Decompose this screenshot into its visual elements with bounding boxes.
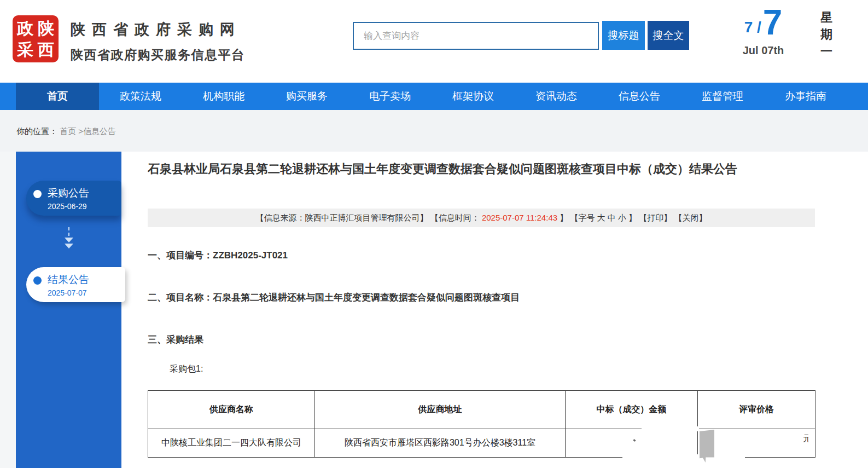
site-titles: 陕西省政府采购网 陕西省政府购买服务信息平台 bbox=[71, 20, 245, 63]
date-numeric: 7 / 7 bbox=[729, 4, 797, 41]
step-dot-icon bbox=[33, 276, 42, 285]
info-time-value: 2025-07-07 11:24:43 bbox=[482, 213, 557, 222]
date-block: 7 / 7 Jul 07th bbox=[729, 4, 797, 57]
nav-item-supervision[interactable]: 监督管理 bbox=[681, 83, 764, 110]
header: 政 陕 采 西 陕西省政府采购网 陕西省政府购买服务信息平台 搜标题 搜全文 7… bbox=[0, 0, 868, 83]
font-size-label: 【字号 bbox=[570, 213, 595, 222]
site-logo-seal-icon: 政 陕 采 西 bbox=[13, 15, 59, 62]
project-number-line: 一、项目编号：ZZBH2025-JT021 bbox=[148, 249, 815, 262]
article-content: 石泉县林业局石泉县第二轮退耕还林与国土年度变更调查数据套合疑似问题图斑核查项目中… bbox=[148, 152, 815, 468]
nav-item-home[interactable]: 首页 bbox=[16, 83, 99, 110]
nav-item-e-marketplace[interactable]: 电子卖场 bbox=[348, 83, 432, 110]
project-name-line: 二、项目名称：石泉县第二轮退耕还林与国土年度变更调查数据套合疑似问题图斑核查项目 bbox=[148, 291, 815, 304]
info-bar: 【信息来源：陕西中正博汇项目管理有限公司】 【信息时间： 2025-07-07 … bbox=[148, 209, 815, 227]
breadcrumb: 你的位置： 首页 >信息公告 bbox=[0, 110, 868, 137]
close-button[interactable]: 【关闭】 bbox=[674, 213, 707, 222]
breadcrumb-home-link[interactable]: 首页 bbox=[60, 126, 76, 136]
table-row: 中陕核工业集团二一四大队有限公司 陕西省西安市雁塔区西影路301号办公楼3楼31… bbox=[148, 429, 815, 458]
breadcrumb-separator: > bbox=[76, 126, 83, 136]
breadcrumb-strip: 你的位置： 首页 >信息公告 bbox=[0, 110, 868, 152]
header-award-amount: 中标（成交）金额 bbox=[566, 391, 698, 429]
main-nav: 首页 政策法规 机构职能 购买服务 电子卖场 框架协议 资讯动态 信息公告 监督… bbox=[0, 83, 868, 110]
font-size-medium-button[interactable]: 中 bbox=[608, 213, 616, 222]
article-title: 石泉县林业局石泉县第二轮退耕还林与国土年度变更调查数据套合疑似问题图斑核查项目中… bbox=[148, 156, 815, 182]
table-header-row: 供应商名称 供应商地址 中标（成交）金额 评审价格 bbox=[148, 391, 815, 429]
procurement-result-heading: 三、采购结果 bbox=[148, 333, 815, 346]
print-button[interactable]: 【打印】 bbox=[639, 213, 672, 222]
date-month: 7 / bbox=[744, 19, 761, 36]
redaction-white-patch bbox=[642, 426, 699, 431]
result-table: 供应商名称 供应商地址 中标（成交）金额 评审价格 中陕核工业集团二一四大队有限… bbox=[148, 390, 815, 458]
nav-item-functions[interactable]: 机构职能 bbox=[182, 83, 265, 110]
info-time-suffix: 】 bbox=[560, 213, 568, 222]
header-review-price: 评审价格 bbox=[698, 391, 815, 429]
date-day: 7 bbox=[763, 4, 783, 41]
date-english: Jul 07th bbox=[729, 44, 797, 57]
font-size-label-close: 】 bbox=[628, 213, 637, 222]
logo-char: 陕 bbox=[38, 20, 54, 37]
weekday-vertical: 星期一 bbox=[819, 9, 834, 60]
nav-item-guides[interactable]: 办事指南 bbox=[764, 83, 847, 110]
site-name: 陕西省政府采购网 bbox=[71, 20, 245, 39]
logo-char: 西 bbox=[38, 42, 54, 58]
header-supplier-address: 供应商地址 bbox=[315, 391, 566, 429]
arrow-down-icon bbox=[16, 227, 121, 249]
nav-item-framework-agreement[interactable]: 框架协议 bbox=[432, 83, 515, 110]
main-area: 采购公告 2025-06-29 结果公告 2025-07-07 石泉县林业局石泉… bbox=[0, 152, 868, 468]
nav-item-policies[interactable]: 政策法规 bbox=[99, 83, 182, 110]
left-margin bbox=[0, 152, 16, 468]
nav-item-news[interactable]: 资讯动态 bbox=[515, 83, 598, 110]
info-time-prefix: 【信息时间： bbox=[430, 213, 480, 222]
step-label: 结果公告 bbox=[48, 273, 89, 287]
cell-award-amount bbox=[566, 429, 698, 458]
font-size-small-button[interactable]: 小 bbox=[618, 213, 626, 222]
sidebar-item-result-notice[interactable]: 结果公告 2025-07-07 bbox=[26, 267, 125, 302]
partial-yuan-glyph: 元 bbox=[803, 434, 808, 444]
nav-item-purchase-services[interactable]: 购买服务 bbox=[265, 83, 348, 110]
redaction-white-patch bbox=[622, 454, 745, 460]
breadcrumb-prefix: 你的位置： bbox=[16, 126, 57, 136]
step-date: 2025-06-29 bbox=[48, 202, 89, 211]
breadcrumb-current-link[interactable]: 信息公告 bbox=[83, 126, 116, 136]
font-size-large-button[interactable]: 大 bbox=[597, 213, 605, 222]
step-label: 采购公告 bbox=[48, 186, 89, 200]
step-dot-icon bbox=[33, 190, 42, 198]
cell-supplier-name: 中陕核工业集团二一四大队有限公司 bbox=[148, 429, 315, 458]
search-title-button[interactable]: 搜标题 bbox=[602, 21, 645, 50]
sidebar-item-procurement-notice[interactable]: 采购公告 2025-06-29 bbox=[26, 181, 121, 216]
header-supplier-name: 供应商名称 bbox=[148, 391, 315, 429]
search-fulltext-button[interactable]: 搜全文 bbox=[648, 21, 689, 50]
cell-review-price bbox=[698, 429, 815, 458]
package-label: 采购包1: bbox=[170, 363, 837, 375]
site-subtitle: 陕西省政府购买服务信息平台 bbox=[71, 47, 245, 63]
timeline-sidebar: 采购公告 2025-06-29 结果公告 2025-07-07 bbox=[16, 152, 121, 468]
info-source: 【信息来源：陕西中正博汇项目管理有限公司】 bbox=[256, 213, 428, 222]
step-date: 2025-07-07 bbox=[48, 288, 89, 297]
logo-char: 政 bbox=[17, 20, 33, 37]
search-input[interactable] bbox=[353, 22, 599, 50]
page: 政 陕 采 西 陕西省政府采购网 陕西省政府购买服务信息平台 搜标题 搜全文 7… bbox=[0, 0, 868, 468]
cell-supplier-address: 陕西省西安市雁塔区西影路301号办公楼3楼311室 bbox=[315, 429, 566, 458]
logo-char: 采 bbox=[17, 42, 33, 58]
nav-item-announcements[interactable]: 信息公告 bbox=[598, 83, 681, 110]
